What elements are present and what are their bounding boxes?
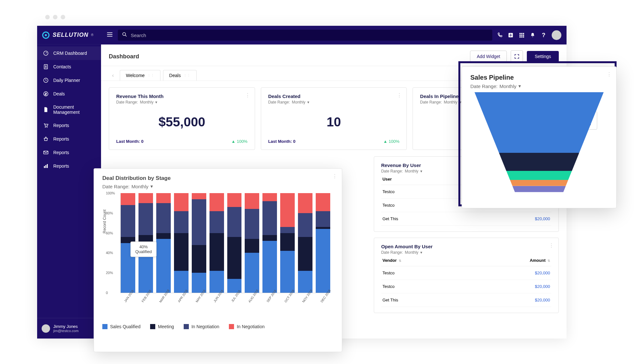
kpi-pct: ▲ 100% xyxy=(231,139,248,144)
kpi-value: $55,000 xyxy=(116,115,248,129)
document-icon xyxy=(43,107,49,113)
hamburger-icon[interactable] xyxy=(106,31,113,39)
funnel-layer xyxy=(475,92,604,154)
tab-welcome[interactable]: Welcome⋮⋮ xyxy=(120,70,160,81)
phone-icon[interactable] xyxy=(497,32,503,38)
card-date-range[interactable]: Date Range: Monthly ▾ xyxy=(102,183,333,189)
fullscreen-button[interactable] xyxy=(511,50,523,63)
table-row: Testco$20,000 xyxy=(381,266,551,280)
nav-label: Reports xyxy=(53,123,69,128)
plus-icon[interactable] xyxy=(508,32,514,38)
chart-legend: Sales Qualified Meeting In Negotiation I… xyxy=(102,324,333,329)
header-actions: Add Widget Settings xyxy=(470,50,559,63)
bell-icon[interactable] xyxy=(530,32,536,38)
svg-marker-32 xyxy=(510,180,568,186)
sidebar-item-deals[interactable]: Deals xyxy=(37,87,101,101)
sidebar-item-reports-2[interactable]: Reports xyxy=(37,132,101,146)
help-icon[interactable]: ? xyxy=(541,32,547,38)
svg-rect-26 xyxy=(519,36,521,38)
sidebar: SELLUTION ® CRM Dashboard Contacts Daily… xyxy=(37,26,101,339)
card-title: Deals Created xyxy=(268,93,400,99)
drag-handle-icon: ⋮⋮ xyxy=(183,74,190,78)
svg-rect-27 xyxy=(521,36,523,38)
sidebar-user[interactable]: Jimmy Jones jim@testco.com xyxy=(37,318,101,339)
sidebar-item-crm-dashboard[interactable]: CRM Dashboard xyxy=(37,46,101,60)
card-menu-icon[interactable]: ⋮ xyxy=(397,92,402,98)
sidebar-item-daily-planner[interactable]: Daily Planner xyxy=(37,74,101,87)
bar-column xyxy=(316,193,330,293)
chart-tooltip: 40% Qualified xyxy=(130,241,157,257)
chevron-down-icon: ▾ xyxy=(155,100,157,104)
funnel-layer xyxy=(499,153,579,172)
topbar-icons: ? xyxy=(497,30,561,40)
search-icon xyxy=(122,32,128,39)
svg-marker-29 xyxy=(475,92,604,153)
user-name: Jimmy Jones xyxy=(53,324,78,329)
tab-deals[interactable]: Deals⋮⋮ xyxy=(163,70,197,81)
svg-rect-28 xyxy=(523,36,524,38)
card-title: Sales Pipeline xyxy=(470,74,608,81)
card-menu-icon[interactable]: ⋮ xyxy=(245,92,250,98)
svg-point-1 xyxy=(45,34,47,36)
sidebar-item-reports-3[interactable]: Reports xyxy=(37,146,101,159)
nav-label: Contacts xyxy=(53,64,71,69)
kpi-deals-created: ⋮ Deals Created Date Range: Monthly ▾ 10… xyxy=(261,87,407,150)
legend-item: In Negotiation xyxy=(229,324,264,329)
bar-column xyxy=(174,193,189,293)
page-title: Dashboard xyxy=(109,53,139,60)
bars-icon xyxy=(43,163,49,169)
card-menu-icon[interactable]: ⋮ xyxy=(607,71,612,77)
card-title: Deal Distribution by Stage xyxy=(102,175,333,182)
card-date-range[interactable]: Date Range: Monthly ▾ xyxy=(470,83,608,89)
nav-label: Reports xyxy=(53,136,69,142)
svg-rect-15 xyxy=(107,36,113,37)
tab-prev[interactable]: ‹ xyxy=(109,71,117,80)
card-date-range[interactable]: Date Range: Monthly ▾ xyxy=(381,250,551,255)
table-row: Testco$20,000 xyxy=(381,280,551,293)
kpi-value: 10 xyxy=(268,115,400,129)
bar-column xyxy=(192,193,206,293)
kpi-pct: ▲ 100% xyxy=(383,139,399,144)
bar-column xyxy=(245,193,259,293)
widget-open-amount-by-user: ⋮ Open Amount By User Date Range: Monthl… xyxy=(374,238,559,313)
mail-icon xyxy=(43,150,49,155)
dollar-icon xyxy=(43,91,49,97)
search-field[interactable] xyxy=(118,30,492,41)
nav-label: Reports xyxy=(53,150,69,155)
card-date-range[interactable]: Date Range: Monthly ▾ xyxy=(268,100,400,104)
legend-item: Meeting xyxy=(150,324,174,329)
sidebar-item-reports-1[interactable]: Reports xyxy=(37,119,101,132)
chart-area: Record Count 40% Qualified 100%80%60%40%… xyxy=(120,193,330,293)
nav-label: Reports xyxy=(53,163,69,169)
chevron-down-icon: ▾ xyxy=(420,250,422,255)
svg-rect-19 xyxy=(509,35,512,35)
chevron-down-icon: ▾ xyxy=(420,169,422,173)
nav-label: Deals xyxy=(53,91,65,96)
sidebar-item-reports-4[interactable]: Reports xyxy=(37,159,101,173)
add-widget-button[interactable]: Add Widget xyxy=(470,51,507,62)
kpi-revenue-this-month: ⋮ Revenue This Month Date Range: Monthly… xyxy=(109,87,255,150)
card-date-range[interactable]: Date Range: Monthly ▾ xyxy=(116,100,248,104)
clock-icon xyxy=(43,77,49,83)
sort-icon[interactable]: ⇅ xyxy=(547,259,550,262)
tab-label: Deals xyxy=(169,73,181,78)
avatar xyxy=(42,324,50,333)
card-menu-icon[interactable]: ⋮ xyxy=(549,242,554,249)
sort-icon[interactable]: ⇅ xyxy=(399,259,401,262)
bar-column xyxy=(298,193,312,293)
sidebar-item-contacts[interactable]: Contacts xyxy=(37,60,101,74)
apps-grid-icon[interactable] xyxy=(519,32,525,38)
col-vendor[interactable]: Vendor xyxy=(383,258,397,263)
funnel-chart: 40% Qualified xyxy=(475,92,604,192)
col-amount[interactable]: Amount xyxy=(530,258,546,263)
sidebar-item-document-management[interactable]: Document Management xyxy=(37,101,101,119)
search-input[interactable] xyxy=(131,33,488,38)
topbar-avatar[interactable] xyxy=(552,30,561,40)
topbar: ? xyxy=(101,26,567,44)
card-menu-icon[interactable]: ⋮ xyxy=(332,173,337,179)
settings-button[interactable]: Settings xyxy=(527,51,559,62)
svg-rect-25 xyxy=(523,35,524,36)
svg-rect-24 xyxy=(521,35,523,36)
basket-icon xyxy=(43,136,49,142)
col-user[interactable]: User xyxy=(383,177,392,182)
